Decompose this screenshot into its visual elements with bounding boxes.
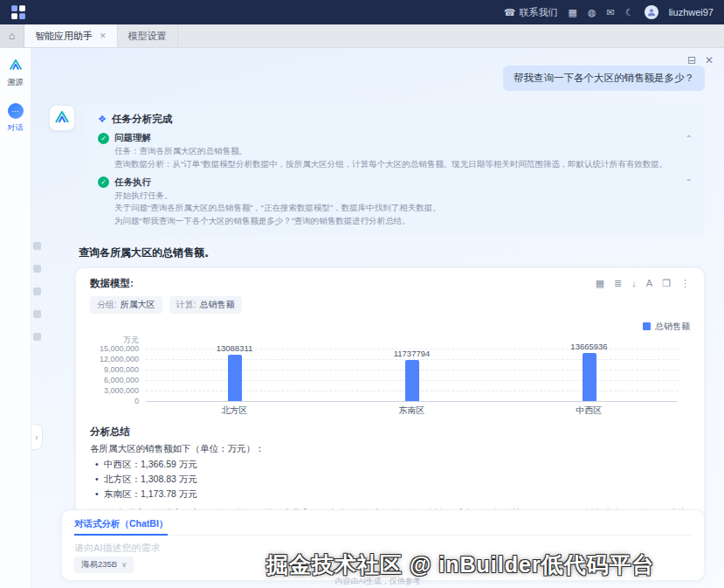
fullscreen-icon[interactable]: ❐ [662, 279, 671, 288]
message-anchor-icon[interactable] [33, 242, 41, 250]
chat-input[interactable] [74, 543, 507, 553]
chat-content: ⊟ ✕ 帮我查询一下各个大区的销售额是多少？ ❖ 任务分析完成 ✓问题理解⌃任务… [31, 48, 724, 588]
contact-link[interactable]: ☎ 联系我们 [504, 6, 558, 19]
y-tick-label: 0 [90, 397, 139, 405]
apps-icon[interactable]: ▦ [569, 8, 577, 17]
result-title: 查询各所属大区的总销售额。 [79, 246, 705, 260]
bar-北方区[interactable] [228, 355, 242, 400]
text-size-icon[interactable]: A [646, 279, 652, 288]
analysis-sections: ✓问题理解⌃任务：查询各所属大区的总销售额。查询数据分析：从“订单”数据模型分析… [98, 132, 693, 227]
chart-legend: 总销售额 [90, 321, 690, 333]
model-tag: 分组:所属大区 [90, 296, 162, 314]
sidebar-item-trace[interactable]: 溯源 [7, 57, 24, 88]
message-anchor-rail [33, 242, 41, 341]
model-tag-value: 所属大区 [121, 299, 155, 311]
sidebar-expander[interactable]: › [31, 424, 43, 450]
mail-icon[interactable]: ✉ [607, 8, 615, 17]
notifications-icon[interactable]: ◍ [588, 8, 596, 17]
x-tick-label: 北方区 [191, 405, 279, 417]
collapse-panel-icon[interactable]: ⊟ [687, 54, 696, 66]
model-tag: 计算:总销售额 [169, 296, 242, 314]
username[interactable]: liuzhwei97 [669, 7, 714, 17]
gridline [146, 401, 678, 402]
home-tab[interactable]: ⌂ [0, 24, 24, 47]
analysis-section-title: 任务执行 [114, 176, 151, 189]
tab-model-settings[interactable]: 模型设置 [118, 24, 178, 47]
check-icon: ✓ [98, 176, 109, 188]
bar-东南区[interactable] [405, 360, 419, 401]
x-tick-label: 中西区 [546, 405, 633, 417]
sparkle-icon: ❖ [98, 114, 107, 125]
tab-bar: ⌂ 智能应用助手 ✕ 模型设置 [0, 24, 724, 48]
chat-bubble-icon: ⋯ [8, 103, 24, 119]
trace-logo-icon [7, 57, 24, 74]
summary-item: 东南区：1,173.78 万元 [95, 488, 690, 501]
assistant-avatar [49, 105, 75, 131]
chevron-up-icon[interactable]: ⌃ [686, 177, 693, 187]
model-tag-key: 计算: [176, 299, 197, 311]
message-anchor-icon[interactable] [33, 287, 41, 295]
chevron-up-icon[interactable]: ⌃ [686, 134, 693, 143]
model-tag-value: 总销售额 [200, 299, 235, 311]
check-icon: ✓ [98, 133, 109, 144]
user-avatar[interactable] [645, 5, 658, 19]
model-tags: 分组:所属大区计算:总销售额 [90, 296, 690, 314]
top-bar: ☎ 联系我们 ▦ ◍ ✉ ☾ liuzhwei97 [0, 0, 724, 24]
chevron-down-icon: ∨ [121, 561, 127, 569]
chatbi-tab[interactable]: 对话式分析（ChatBI） [74, 518, 168, 536]
tab-assistant[interactable]: 智能应用助手 ✕ [24, 24, 118, 47]
contact-label: 联系我们 [520, 6, 558, 19]
y-tick-label: 12,000,000 [90, 355, 139, 363]
close-panel-icon[interactable]: ✕ [705, 54, 714, 66]
summary-list: 中西区：1,366.59 万元北方区：1,308.83 万元东南区：1,173.… [95, 459, 690, 501]
analysis-section-header[interactable]: ✓任务执行⌃ [98, 176, 693, 189]
model-selector[interactable]: 海易235B ∨ [74, 557, 134, 573]
table-view-icon[interactable]: ≣ [614, 279, 622, 288]
theme-icon[interactable]: ☾ [625, 8, 634, 17]
chat-input-card: 对话式分析（ChatBI） 海易235B ∨ [61, 509, 705, 581]
bar-value-label: 13088311 [191, 343, 279, 353]
legend-label: 总销售额 [655, 321, 690, 333]
y-tick-label: 15,000,000 [90, 344, 139, 353]
message-anchor-icon[interactable] [33, 333, 41, 341]
analysis-section-header[interactable]: ✓问题理解⌃ [98, 132, 693, 144]
analysis-section-line: 为问题“帮我查询一下各个大区的销售额是多少？”查询的销售数据进行分析总结。 [114, 215, 693, 227]
bar-chart-icon[interactable]: ▦ [596, 279, 604, 288]
sidebar-item-chat[interactable]: ⋯ 对话 [7, 102, 24, 134]
tab-assistant-label: 智能应用助手 [35, 30, 93, 43]
summary-item: 北方区：1,308.83 万元 [95, 474, 690, 486]
bar-value-label: 13665936 [546, 342, 633, 351]
bar-中西区[interactable] [583, 353, 596, 401]
message-anchor-icon[interactable] [33, 265, 41, 273]
task-analysis-panel: ❖ 任务分析完成 ✓问题理解⌃任务：查询各所属大区的总销售额。查询数据分析：从“… [86, 105, 705, 235]
model-selector-label: 海易235B [81, 559, 117, 571]
footer-disclaimer: 内容由AI生成，仅供参考 [31, 576, 724, 587]
download-icon[interactable]: ↓ [631, 279, 637, 288]
logo-grid [10, 4, 26, 20]
analysis-section-line: 查询数据分析：从“订单”数据模型分析数据中，按所属大区分组，计算每个大区的总销售… [114, 158, 693, 170]
assistant-logo-icon [53, 109, 71, 127]
message-anchor-icon[interactable] [33, 310, 41, 318]
phone-icon: ☎ [504, 8, 516, 17]
chat-icon: ⋯ [7, 102, 24, 120]
analysis-section-line: 任务：查询各所属大区的总销售额。 [114, 145, 693, 157]
analysis-section-title: 问题理解 [114, 132, 151, 144]
sidebar-item-chat-label: 对话 [8, 122, 24, 134]
app-logo-icon[interactable] [10, 4, 26, 20]
close-icon[interactable]: ✕ [100, 31, 107, 40]
sidebar-item-trace-label: 溯源 [8, 77, 24, 88]
y-tick-label: 3,000,000 [90, 386, 139, 395]
model-tag-key: 分组: [97, 299, 117, 311]
left-sidebar: 溯源 ⋯ 对话 [0, 48, 31, 588]
summary-title: 分析总结 [90, 425, 690, 439]
y-tick-label: 9,000,000 [90, 365, 139, 374]
task-analysis-title: 任务分析完成 [112, 113, 172, 126]
person-icon [646, 7, 657, 17]
bar-value-label: 11737794 [369, 349, 456, 358]
y-tick-label: 6,000,000 [90, 376, 139, 384]
summary-intro: 各所属大区的销售额如下（单位：万元）： [90, 443, 690, 455]
more-icon[interactable]: ⋮ [680, 279, 690, 288]
tab-model-settings-label: 模型设置 [128, 30, 167, 43]
user-message-bubble: 帮我查询一下各个大区的销售额是多少？ [503, 66, 705, 91]
data-model-label: 数据模型: [90, 277, 134, 290]
